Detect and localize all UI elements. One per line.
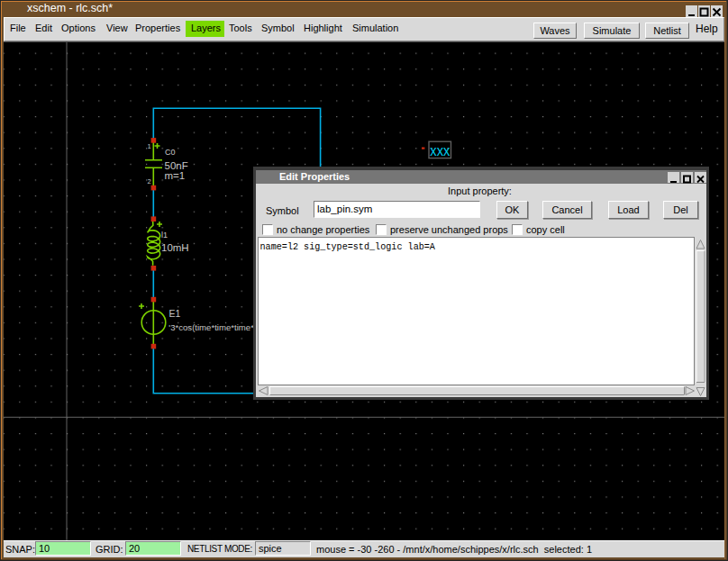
svg-text:m=1: m=1 [165, 170, 186, 181]
svg-text:l1: l1 [161, 231, 168, 240]
svg-text:1: 1 [148, 142, 151, 150]
svg-text:C0: C0 [165, 148, 176, 157]
svg-text:50nF: 50nF [165, 160, 188, 171]
svg-text:10mH: 10mH [161, 242, 189, 253]
svg-text:xxx: xxx [430, 141, 450, 158]
svg-text:2: 2 [148, 177, 151, 185]
svg-text:E1: E1 [169, 308, 181, 319]
svg-text:'3*cos(time*time*time*: '3*cos(time*time*time* [168, 322, 254, 332]
